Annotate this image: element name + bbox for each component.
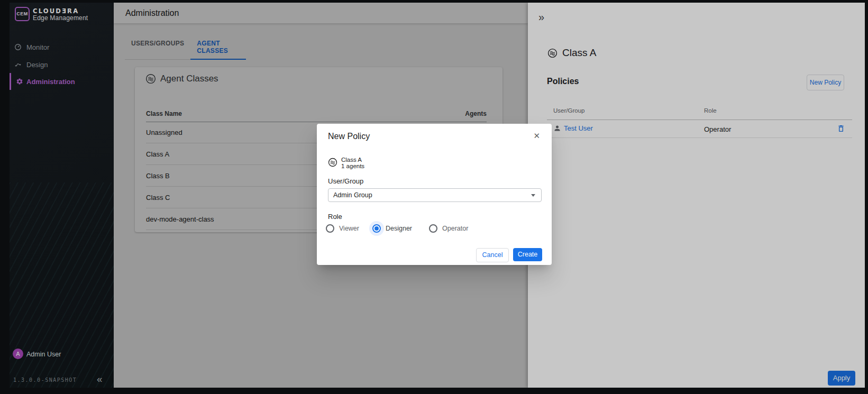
radio-label: Designer	[386, 225, 412, 232]
cancel-button[interactable]: Cancel	[476, 248, 509, 262]
radio-circle-icon[interactable]	[326, 224, 334, 233]
radio-operator[interactable]: Operator	[429, 223, 468, 234]
close-icon[interactable]: ✕	[533, 131, 540, 141]
new-policy-dialog: New Policy ✕ Class A 1 agents User/Group…	[317, 124, 552, 265]
radio-viewer[interactable]: Viewer	[326, 223, 359, 234]
role-label: Role	[328, 213, 342, 221]
radio-designer[interactable]: Designer	[372, 223, 412, 234]
app-window: CEM CLOUDƎRA Edge Management Monitor Des…	[10, 3, 865, 388]
user-group-select[interactable]: Admin Group	[328, 188, 542, 202]
radio-label: Operator	[442, 225, 468, 232]
dialog-class-agents: 1 agents	[341, 163, 364, 169]
radio-circle-icon[interactable]	[372, 224, 381, 233]
dialog-title: New Policy	[328, 132, 370, 141]
radio-circle-icon[interactable]	[429, 224, 437, 233]
create-button[interactable]: Create	[513, 248, 542, 261]
user-group-label: User/Group	[328, 177, 363, 185]
agent-class-icon	[328, 158, 337, 167]
radio-label: Viewer	[339, 225, 359, 232]
dialog-class-summary: Class A 1 agents	[328, 157, 364, 169]
dialog-actions: Cancel Create	[476, 248, 542, 262]
chevron-down-icon	[531, 194, 535, 197]
user-group-value: Admin Group	[333, 191, 372, 199]
dialog-class-name: Class A	[341, 157, 364, 163]
